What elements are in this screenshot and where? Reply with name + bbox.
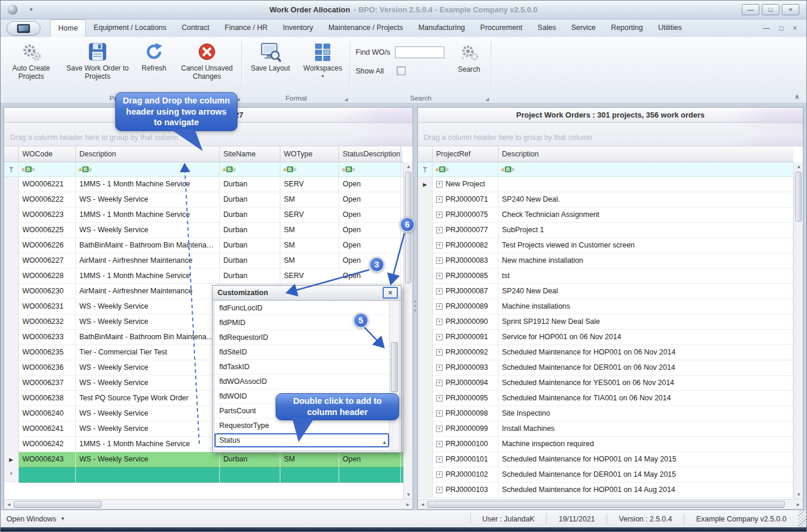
- filter-projectref[interactable]: aBc: [433, 162, 498, 176]
- description-cell[interactable]: 1MMS - 1 Month Machine Service: [76, 177, 220, 192]
- project-row[interactable]: + PRJ0000087 SP240 New Deal: [418, 284, 793, 299]
- expand-icon[interactable]: +: [436, 319, 443, 325]
- show-all-checkbox[interactable]: [397, 66, 406, 75]
- description-cell[interactable]: WS - Weekly Service: [76, 406, 220, 421]
- project-row[interactable]: + PRJ0000082 Test Projects viewed in Cus…: [418, 238, 793, 253]
- wocode-cell[interactable]: WO0006233: [19, 330, 76, 345]
- project-row[interactable]: + PRJ0000101 Scheduled Maintenance for H…: [418, 452, 793, 467]
- wotype-cell[interactable]: SERV: [280, 177, 339, 192]
- workspaces-button[interactable]: Workspaces ▼: [298, 41, 347, 79]
- projectref-cell[interactable]: + PRJ0000102: [433, 467, 498, 483]
- statusdescription-cell[interactable]: Open: [339, 238, 401, 253]
- projectref-cell[interactable]: + PRJ0000075: [433, 208, 498, 223]
- description-cell[interactable]: Check Technician Assignment: [498, 208, 793, 223]
- wocode-cell[interactable]: WO0006228: [19, 269, 76, 284]
- wocode-cell[interactable]: WO0006236: [19, 360, 76, 376]
- wocode-cell[interactable]: WO0006235: [19, 345, 76, 360]
- scroll-down-icon[interactable]: ▼: [406, 492, 411, 497]
- projectref-cell[interactable]: + New Project: [433, 177, 498, 192]
- expand-icon[interactable]: +: [436, 456, 443, 463]
- project-row[interactable]: + PRJ0000095 Scheduled Maintenance for T…: [418, 391, 793, 406]
- filter-description[interactable]: aBc: [498, 162, 793, 176]
- mdi-minimize-icon[interactable]: —: [763, 24, 770, 32]
- ribbon-tab[interactable]: Maintenance / Projects: [321, 19, 411, 37]
- work-order-row[interactable]: WO0006226 BathBinMaint - Bathroom Bin Ma…: [4, 238, 403, 253]
- project-row[interactable]: ▶ + New Project: [418, 177, 793, 192]
- work-order-row[interactable]: WO0006225 WS - Weekly Service Durban SM …: [4, 223, 403, 238]
- search-button[interactable]: Search: [451, 42, 487, 73]
- column-header-statusdescription[interactable]: StatusDescription: [339, 146, 401, 162]
- expand-icon[interactable]: +: [436, 364, 443, 371]
- description-cell[interactable]: WS - Weekly Service: [76, 376, 220, 391]
- dialog-scrollbar[interactable]: [389, 301, 399, 450]
- description-cell[interactable]: SP240 New Deal.: [498, 192, 793, 208]
- expand-icon[interactable]: +: [436, 196, 443, 203]
- sitename-cell[interactable]: Durban: [220, 238, 280, 253]
- description-cell[interactable]: SP240 New Deal: [498, 284, 793, 299]
- customization-field-item[interactable]: fldWOAssocID: [215, 374, 389, 389]
- vertical-scrollbar[interactable]: ▲ ▼: [403, 162, 413, 499]
- ribbon-tab[interactable]: Sales: [530, 19, 564, 37]
- expand-icon[interactable]: +: [436, 334, 443, 340]
- scroll-left-icon[interactable]: ◄: [6, 502, 11, 507]
- wotype-cell[interactable]: SM: [280, 253, 339, 269]
- project-row[interactable]: + PRJ0000085 tst: [418, 269, 793, 284]
- ribbon-tab[interactable]: Service: [564, 19, 604, 37]
- project-row[interactable]: + PRJ0000091 Service for HOP001 on 06 No…: [418, 330, 793, 345]
- statusdescription-cell[interactable]: Open: [339, 208, 401, 223]
- description-cell[interactable]: Scheduled Maintenance for HOP001 on 14 M…: [498, 452, 793, 467]
- scroll-up-icon[interactable]: ▲: [406, 164, 411, 169]
- description-cell[interactable]: 1MMS - 1 Month Machine Service: [76, 269, 220, 284]
- filter-description[interactable]: aBc: [76, 162, 220, 176]
- scrollbar-thumb[interactable]: [795, 172, 802, 222]
- projectref-cell[interactable]: + PRJ0000087: [433, 284, 498, 299]
- description-cell[interactable]: Service for HOP001 on 06 Nov 2014: [498, 330, 793, 345]
- horizontal-scrollbar[interactable]: ◄ ►: [4, 499, 413, 509]
- mdi-close-icon[interactable]: ×: [793, 24, 797, 32]
- projectref-cell[interactable]: + PRJ0000098: [433, 406, 498, 421]
- ribbon-tab[interactable]: Utilities: [651, 19, 689, 37]
- description-cell[interactable]: BathBinMaint - Bathroom Bin Maintenance: [76, 330, 220, 345]
- close-button[interactable]: ×: [782, 4, 799, 15]
- projectref-cell[interactable]: + PRJ0000103: [433, 483, 498, 498]
- column-header-projectref[interactable]: ProjectRef: [433, 146, 498, 162]
- sitename-cell[interactable]: Durban: [220, 192, 280, 208]
- scroll-down-icon[interactable]: ▼: [796, 492, 801, 497]
- description-cell[interactable]: Test Projects viewed in Customer screen: [498, 238, 793, 253]
- work-order-row[interactable]: WO0006227 AirMaint - Airfreshner Mainten…: [4, 253, 403, 269]
- project-row[interactable]: + PRJ0000089 Machine installations: [418, 299, 793, 314]
- description-cell[interactable]: WS - Weekly Service: [76, 421, 220, 437]
- open-windows-button[interactable]: Open Windows ▼: [1, 515, 65, 523]
- description-cell[interactable]: WS - Weekly Service: [76, 192, 220, 208]
- project-row[interactable]: + PRJ0000090 Sprint SP1912 New Deal Sale: [418, 314, 793, 330]
- scrollbar-thumb[interactable]: [427, 501, 785, 508]
- wocode-cell[interactable]: WO0006226: [19, 238, 76, 253]
- wocode-cell[interactable]: WO0006240: [19, 406, 76, 421]
- project-row[interactable]: + PRJ0000075 Check Technician Assignment: [418, 208, 793, 223]
- dialog-close-button[interactable]: ×: [383, 287, 398, 299]
- description-cell[interactable]: Machine installations: [498, 299, 793, 314]
- projectref-cell[interactable]: + PRJ0000094: [433, 376, 498, 391]
- filter-statusdescription[interactable]: aBc: [339, 162, 401, 176]
- wotype-cell[interactable]: SM: [280, 223, 339, 238]
- statusdescription-cell[interactable]: Open: [339, 452, 401, 467]
- scroll-up-icon[interactable]: ▲: [796, 164, 801, 169]
- description-cell[interactable]: WS - Weekly Service: [76, 299, 220, 314]
- project-row[interactable]: + PRJ0000098 Site Inspectino: [418, 406, 793, 421]
- project-row[interactable]: + PRJ0000083 New machine installation: [418, 253, 793, 269]
- description-cell[interactable]: New machine installation: [498, 253, 793, 269]
- wocode-cell[interactable]: WO0006225: [19, 223, 76, 238]
- projectref-cell[interactable]: + PRJ0000071: [433, 192, 498, 208]
- description-cell[interactable]: Scheduled Maintenance for TIA001 on 06 N…: [498, 391, 793, 406]
- description-cell[interactable]: 1MMS - 1 Month Machine Service: [76, 208, 220, 223]
- sitename-cell[interactable]: Durban: [220, 253, 280, 269]
- project-row[interactable]: + PRJ0000071 SP240 New Deal.: [418, 192, 793, 208]
- projectref-cell[interactable]: + PRJ0000077: [433, 223, 498, 238]
- scroll-right-icon[interactable]: ►: [406, 502, 410, 507]
- wocode-cell[interactable]: WO0006222: [19, 192, 76, 208]
- ribbon-collapse-icon[interactable]: ∧: [795, 93, 799, 101]
- expand-icon[interactable]: +: [436, 426, 443, 432]
- customization-field-item[interactable]: fldTaskID: [215, 360, 389, 374]
- description-cell[interactable]: WS - Weekly Service: [76, 223, 220, 238]
- description-cell[interactable]: WS - Weekly Service: [76, 314, 220, 330]
